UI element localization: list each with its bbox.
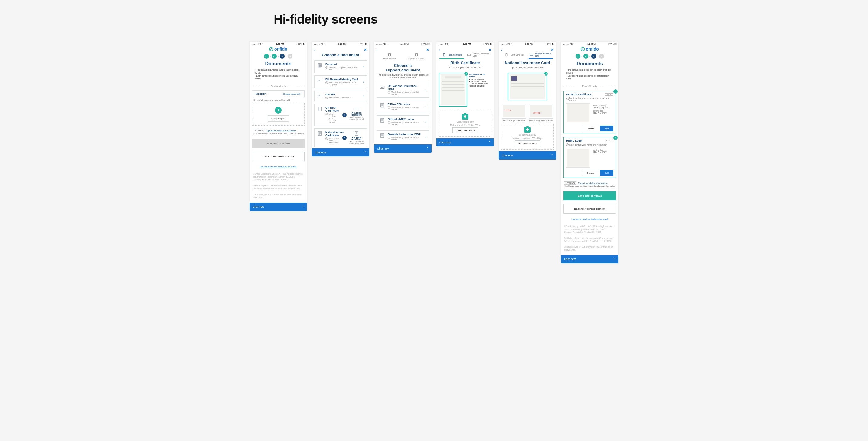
doc-row-passport[interactable]: PassportiNon-UK passports must still be … — [314, 60, 367, 73]
chevron-up-icon: ⌃ — [364, 151, 366, 154]
choose-document-title: Choose a document — [315, 53, 366, 57]
idcard-icon — [317, 93, 323, 98]
doc-row-ukbrp[interactable]: UKBRPiPermit must still be valid › — [314, 90, 367, 101]
letter-icon — [379, 102, 385, 108]
check-icon: ✓ — [613, 89, 618, 93]
letter-icon — [379, 133, 385, 138]
add-passport-dropzone[interactable]: + Add passport — [252, 103, 305, 126]
upload-dropzone[interactable]: Colour images only Minimum resolution: 1… — [501, 124, 554, 149]
ni-card-title: National Insurance Card — [502, 61, 553, 65]
upload-additional-link[interactable]: Upload an additional document — [578, 182, 608, 184]
back-button[interactable]: ‹ — [376, 49, 377, 52]
progress-steps: 1· 2· 3· 4 — [252, 54, 304, 59]
tab-support-doc[interactable]: Support Document — [404, 53, 429, 61]
step-4: 4 — [288, 54, 292, 59]
doc-row-ni-card[interactable]: UK National Insurance CardiMust show you… — [376, 82, 429, 98]
saved-badge: SAVED — [605, 93, 613, 96]
doc-row-birth-cert[interactable]: UK Birth CertificateiMust contain your p… — [314, 104, 367, 126]
doc-row-eu-id[interactable]: EU National Identity CardiBoth sides of … — [314, 76, 367, 88]
document-thumbnail — [566, 148, 590, 168]
tab-ni-card[interactable]: National Insurance Card — [466, 53, 491, 59]
camera-icon — [462, 114, 468, 120]
support-doc-title: Choose asupport document — [377, 63, 429, 72]
tab-ni-card[interactable]: National insurance card — [529, 53, 553, 59]
screen-documents-saved: ●●●○○ FB ᯤ1:20 PMᚼ 77% ▮▯ ✓onfido 1· 2· … — [561, 42, 619, 263]
passport-card: Passport Change document > — [252, 90, 305, 97]
cancel-background-check-link[interactable]: I no longer require a background check — [249, 166, 307, 168]
close-button[interactable]: ✕ — [426, 48, 429, 52]
upload-dropzone[interactable]: Colour images only Minimum resolution: 1… — [439, 111, 492, 137]
documents-title: Documents — [564, 61, 616, 67]
onfido-logo: ✓onfido — [564, 46, 616, 53]
chat-now-bar[interactable]: Chat now⌃ — [312, 148, 369, 156]
add-passport-button[interactable]: Add passport — [268, 115, 288, 122]
passport-hint: Non-UK passports must still be valid — [256, 99, 290, 101]
upload-document-button[interactable]: Upload document — [453, 127, 478, 133]
sample-photo: ✓ — [508, 72, 547, 100]
chevron-up-icon: ⌃ — [302, 205, 304, 209]
screen-ni-card-upload: ●●●○○ FB ᯤ1:20 PMᚼ 77% ▮▯ ‹ ✕ Birth Cert… — [499, 42, 556, 159]
chat-now-bar[interactable]: Chat now⌃ — [249, 203, 307, 211]
svg-rect-0 — [318, 63, 322, 67]
tab-birth-cert[interactable]: Birth Certificate — [377, 53, 402, 61]
doc-row-naturalisation[interactable]: Naturalisation CertificateiMust show Bri… — [314, 128, 367, 147]
save-continue-button[interactable]: Save and continue — [563, 191, 616, 200]
support-doc-sub: This is required when you choose a Birth… — [377, 74, 429, 79]
delete-button[interactable]: Delete — [582, 170, 598, 176]
delete-button[interactable]: Delete — [582, 126, 598, 131]
chat-now-bar[interactable]: Chat now⌃ — [561, 255, 619, 263]
tab-birth-cert[interactable]: Birth Certificate — [439, 53, 464, 59]
documents-title: Documents — [252, 61, 304, 67]
chevron-right-icon: › — [363, 65, 364, 68]
plus-badge-icon: + — [342, 136, 347, 140]
svg-rect-25 — [388, 53, 391, 56]
chevron-up-icon: ⌃ — [426, 147, 429, 150]
back-button[interactable]: ‹ — [314, 49, 315, 52]
page-heading: Hi-fidelity screens — [274, 12, 646, 27]
passport-icon — [317, 63, 323, 68]
chat-now-bar[interactable]: Chat now⌃ — [436, 138, 494, 147]
progress-steps: 1· 2· 3· 4 — [564, 54, 616, 59]
svg-rect-3 — [318, 79, 322, 82]
birth-cert-title: Birth Certificate — [439, 61, 491, 65]
saved-badge: SAVED — [605, 140, 613, 142]
back-button[interactable]: ‹ — [439, 49, 440, 52]
cancel-background-check-link[interactable]: I no longer require a background check — [561, 218, 619, 220]
edit-button[interactable]: Edit — [600, 126, 613, 131]
close-button[interactable]: ✕ — [364, 48, 367, 52]
idcard-icon — [317, 78, 323, 83]
change-document-link[interactable]: Change document > — [283, 93, 302, 95]
footer: © Onfido Background Checks™, 2016. All r… — [249, 171, 307, 203]
intro-line-1: The default documents can be easily chan… — [255, 68, 302, 75]
edit-button[interactable]: Edit — [600, 170, 613, 176]
svg-rect-7 — [318, 94, 322, 97]
back-address-button[interactable]: Back to Address History — [252, 152, 305, 161]
tab-birth-cert[interactable]: Birth Certificate — [502, 53, 526, 59]
svg-rect-26 — [415, 53, 417, 56]
support-doc-icon — [354, 106, 359, 112]
screen-birth-cert-upload: ●●●○○ FB ᯤ1:20 PMᚼ 77% ▮▯ ‹ ✕ Birth Cert… — [436, 42, 494, 147]
upload-additional-link[interactable]: Upload an additional document — [267, 129, 296, 132]
upload-document-button[interactable]: Upload document — [515, 141, 540, 146]
close-button[interactable]: ✕ — [551, 48, 554, 52]
intro-line-2: Each completed upload will be automatica… — [255, 75, 302, 81]
sample-photo: ✓ — [439, 72, 467, 107]
document-icon — [317, 131, 323, 136]
doc-row-hmrc-letter[interactable]: Official HMRC LetteriMust show your name… — [376, 115, 429, 128]
doc-row-dwp-letter[interactable]: Benefits Letter from DWPiMust show your … — [376, 130, 429, 143]
screen-documents-empty: ●●●○○ FB ᯤ 1:20 PM ᚼ 77% ▮▯ ✓onfido 1· 2… — [249, 42, 307, 211]
optional-tag: OPTIONAL — [252, 129, 265, 132]
support-doc-icon — [354, 131, 359, 136]
chevron-up-icon: ⌃ — [551, 154, 553, 157]
save-continue-button[interactable]: Save and continue — [252, 139, 305, 148]
chat-now-bar[interactable]: Chat now⌃ — [499, 151, 556, 159]
document-thumbnail — [566, 103, 590, 123]
step-3: 3 — [280, 54, 285, 59]
doc-row-p45-p60[interactable]: P45 or P60 LetteriMust show your name an… — [376, 100, 429, 113]
close-button[interactable]: ✕ — [489, 48, 492, 52]
chat-now-bar[interactable]: Chat now⌃ — [374, 144, 432, 152]
step-1: 1 — [264, 54, 269, 59]
back-button[interactable]: ‹ — [501, 49, 502, 52]
thumbnail-ni: Must show your NI number — [529, 104, 553, 122]
back-address-button[interactable]: Back to Address History — [563, 204, 616, 214]
